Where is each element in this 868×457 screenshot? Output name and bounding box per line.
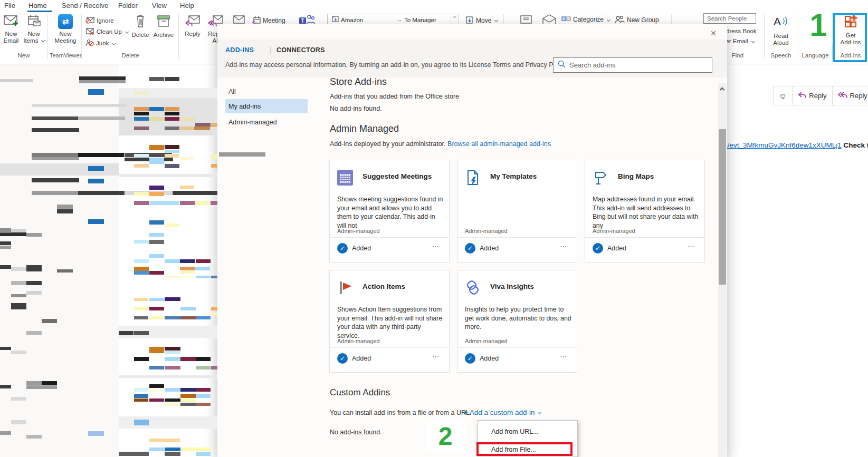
junk-icon <box>85 39 94 47</box>
dialog-scrollbar[interactable] <box>718 83 727 457</box>
card-menu-icon[interactable]: ⋯ <box>432 353 441 361</box>
menu-item-add-from-url[interactable]: Add from URL... <box>491 428 539 435</box>
addin-status: Added <box>352 355 371 362</box>
categorize-button[interactable]: Categorize <box>561 16 610 23</box>
viva-insights-icon <box>465 280 481 296</box>
quick-step-amazon[interactable]: Amazon <box>332 16 363 24</box>
chevron-down-icon <box>125 30 129 33</box>
add-custom-addin-button[interactable]: + Add a custom add-in <box>463 407 541 416</box>
addin-desc: Insights to help you protect time to get… <box>465 305 571 332</box>
nav-item-all[interactable]: All <box>228 88 236 95</box>
custom-addins-desc: You can install add-ins from a file or f… <box>330 409 471 416</box>
tab-file[interactable]: File <box>4 2 15 9</box>
addin-title: Viva Insights <box>490 283 534 290</box>
tab-folder[interactable]: Folder <box>118 2 138 9</box>
new-items-label: New Items <box>23 31 45 44</box>
emoji-button[interactable]: ☺ <box>774 86 793 105</box>
addin-desc: Shows Action Item suggestions from your … <box>337 305 444 340</box>
scroll-up-icon[interactable] <box>720 87 725 93</box>
nav-item-admin-managed[interactable]: Admin-managed <box>228 119 277 126</box>
reply-button[interactable]: Reply <box>182 14 204 37</box>
added-check-icon: ✓ <box>465 353 475 364</box>
group-label-find: Find <box>727 52 748 59</box>
scrollbar-thumb[interactable] <box>719 129 726 285</box>
reply-quick-button[interactable]: Reply <box>793 86 832 105</box>
card-menu-icon[interactable]: ⋯ <box>688 242 696 250</box>
addin-title: Bing Maps <box>618 172 654 180</box>
addin-card-my-templates[interactable]: My Templates Admin-managed ✓ Added ⋯ <box>457 160 577 262</box>
tab-divider <box>270 47 271 54</box>
quick-step-label: Amazon <box>341 17 363 23</box>
archive-button[interactable]: Archive <box>152 14 175 38</box>
addin-card-action-items[interactable]: Action Items Shows Action Item suggestio… <box>329 270 450 373</box>
email-list[interactable] <box>119 64 217 457</box>
ignore-icon <box>85 16 94 25</box>
clean-up-button[interactable]: Clean Up <box>85 27 128 36</box>
active-tab-underline <box>27 11 52 12</box>
group-divider <box>81 14 82 59</box>
categorize-label: Categorize <box>573 16 604 23</box>
new-email-button[interactable]: New Email <box>1 14 22 44</box>
addins-dialog: × ADD-INS CONNECTORS Add-ins may access … <box>217 24 727 457</box>
flag-icon <box>337 280 353 296</box>
addin-tag: Admin-managed <box>465 338 508 344</box>
addin-card-viva-insights[interactable]: Viva Insights Insights to help you prote… <box>457 270 577 373</box>
addins-search-box[interactable] <box>553 57 712 73</box>
quick-step-to-manager[interactable]: → To Manager <box>395 16 436 24</box>
group-divider <box>764 14 765 59</box>
addin-card-bing-maps[interactable]: Bing Maps Map addresses found in your em… <box>585 160 705 262</box>
annotation-step-1: 1 <box>804 6 833 44</box>
archive-label: Archive <box>152 32 175 38</box>
close-icon[interactable]: × <box>707 27 720 40</box>
card-menu-icon[interactable]: ⋯ <box>560 353 568 361</box>
chevron-down-icon <box>607 17 611 21</box>
browse-admin-addins-link[interactable]: Browse all admin-managed add-ins <box>447 140 551 148</box>
card-menu-icon[interactable]: ⋯ <box>560 242 568 250</box>
tab-view[interactable]: View <box>152 2 167 9</box>
search-people-input[interactable] <box>703 13 756 24</box>
tab-send-receive[interactable]: Send / Receive <box>62 2 108 9</box>
tab-home[interactable]: Home <box>28 2 47 9</box>
chevron-down-icon <box>494 18 498 22</box>
addin-title: Action Items <box>363 283 405 290</box>
admin-managed-title: Admin Managed <box>330 123 399 134</box>
ignore-label: Ignore <box>97 17 114 24</box>
nav-item-my-addins-label: My add-ins <box>228 103 261 110</box>
folder-pane[interactable] <box>0 64 119 457</box>
meeting-label: Meeting <box>263 17 285 24</box>
addins-search-input[interactable] <box>569 61 708 69</box>
tab-help[interactable]: Help <box>180 2 194 9</box>
delete-button[interactable]: Delete <box>130 14 151 38</box>
new-meeting-button[interactable]: ⇄ New Meeting <box>51 14 80 44</box>
annotation-highlight-add-from-file <box>476 442 573 456</box>
template-icon <box>465 170 481 186</box>
add-custom-addin-label: Add a custom add-in <box>470 409 535 416</box>
chevron-down-icon <box>538 411 541 414</box>
group-divider <box>798 14 798 59</box>
ignore-button[interactable]: Ignore <box>85 16 114 25</box>
move-label: Move <box>476 17 491 24</box>
email-link[interactable]: s/evt_3MfkmuGvJKnf6dew1xXUMLj1 <box>724 141 842 149</box>
svg-text:A: A <box>774 15 781 27</box>
new-email-icon <box>3 14 19 29</box>
card-divider <box>330 347 449 348</box>
trash-icon <box>135 14 146 30</box>
added-check-icon: ✓ <box>593 243 603 254</box>
new-items-button[interactable]: New Items <box>23 14 45 44</box>
svg-text:T: T <box>301 18 304 24</box>
annotation-step-2: 2 <box>425 420 465 452</box>
nav-item-my-addins[interactable]: My add-ins <box>225 99 308 113</box>
reply-quick-label: Reply <box>809 92 826 100</box>
reply-all-quick-button[interactable]: Reply All <box>833 86 868 105</box>
tab-add-ins[interactable]: ADD-INS <box>225 46 254 54</box>
addin-card-suggested-meetings[interactable]: Suggested Meetings Shows meeting suggest… <box>329 160 450 262</box>
junk-button[interactable]: Junk <box>85 39 115 47</box>
tab-connectors[interactable]: CONNECTORS <box>276 46 325 54</box>
search-icon <box>558 60 566 70</box>
read-aloud-button[interactable]: A ReadAloud <box>766 14 796 46</box>
quick-step-icon <box>332 16 339 24</box>
reply-all-quick-label: Reply All <box>850 92 868 100</box>
card-menu-icon[interactable]: ⋯ <box>432 242 441 250</box>
addin-tag: Admin-managed <box>465 228 508 234</box>
email-body-line: s/evt_3MfkmuGvJKnf6dew1xXUMLj1 Check t <box>724 141 868 149</box>
